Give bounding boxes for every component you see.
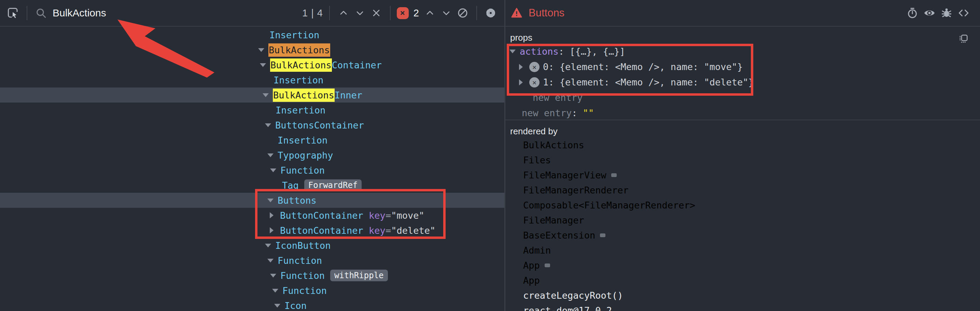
props-section: props actions: [{…}, {…}]✕0: {element: <… bbox=[505, 27, 980, 120]
expander-open-icon[interactable] bbox=[509, 49, 520, 53]
tree-row[interactable]: Insertion bbox=[0, 27, 504, 42]
tree-row[interactable]: Insertion bbox=[0, 102, 504, 118]
label-part: 1: {element: <Memo />, name: "delete"} bbox=[543, 77, 754, 88]
label-part: Buttons bbox=[278, 195, 317, 206]
copy-props-button[interactable] bbox=[958, 33, 969, 45]
tree-row[interactable]: ButtonContainer key="move" bbox=[0, 208, 504, 223]
rendered-by-item[interactable]: Admin bbox=[523, 242, 980, 258]
tree-row[interactable]: Typography bbox=[0, 148, 504, 163]
settings-button[interactable] bbox=[483, 5, 498, 21]
inspect-element-button[interactable] bbox=[5, 5, 21, 21]
rendered-by-item[interactable]: BaseExtension bbox=[523, 228, 980, 242]
log-to-console-button[interactable] bbox=[939, 5, 954, 21]
selected-component-title: Buttons bbox=[528, 7, 565, 19]
rendered-by-item[interactable]: App bbox=[523, 258, 980, 273]
rendered-by-label: BulkActions bbox=[523, 140, 584, 150]
label-part: Container bbox=[332, 60, 382, 70]
prop-row[interactable]: new entry bbox=[533, 90, 980, 105]
inspect-dom-button[interactable] bbox=[922, 5, 937, 21]
tree-row[interactable]: BulkActionsContainer bbox=[0, 57, 504, 72]
expander-open-icon[interactable] bbox=[260, 63, 270, 67]
expander-closed-icon[interactable] bbox=[270, 227, 280, 233]
next-result-button[interactable] bbox=[352, 5, 368, 21]
expander-open-icon[interactable] bbox=[267, 199, 278, 202]
label-part: Insertion bbox=[278, 135, 328, 145]
tree-row[interactable]: Icon bbox=[0, 298, 504, 311]
label-part: BulkActions bbox=[273, 89, 335, 102]
toolbar-divider bbox=[476, 6, 477, 20]
expander-open-icon[interactable] bbox=[267, 153, 278, 157]
eye-icon bbox=[923, 7, 935, 19]
rendered-by-item[interactable]: Composable<FileManagerRenderer> bbox=[523, 198, 980, 212]
rendered-by-item[interactable]: react-dom@17.0.2 bbox=[523, 303, 980, 311]
rendered-by-item[interactable]: Files bbox=[523, 152, 980, 167]
rendered-by-item[interactable]: FileManager bbox=[523, 212, 980, 228]
previous-error-button[interactable] bbox=[422, 5, 438, 21]
toolbar-divider bbox=[27, 6, 27, 20]
tree-row[interactable]: FunctionwithRipple bbox=[0, 268, 504, 283]
remove-entry-icon[interactable]: ✕ bbox=[529, 62, 539, 72]
hoc-badge: withRipple bbox=[330, 270, 388, 281]
tree-row[interactable]: ButtonContainer key="delete" bbox=[0, 223, 504, 238]
tree-row[interactable]: ButtonsContainer bbox=[0, 118, 504, 132]
prop-row[interactable]: actions: [{…}, {…}] bbox=[509, 44, 980, 59]
label-part: Inner bbox=[335, 90, 362, 100]
rendered-by-label: FileManager bbox=[523, 215, 584, 226]
tree-row[interactable]: Buttons bbox=[0, 193, 504, 208]
previous-result-button[interactable] bbox=[336, 5, 351, 21]
expander-closed-icon[interactable] bbox=[519, 79, 529, 85]
expander-open-icon[interactable] bbox=[270, 274, 280, 278]
prop-row[interactable]: ✕1: {element: <Memo />, name: "delete"} bbox=[519, 75, 980, 90]
expander-open-icon[interactable] bbox=[265, 123, 275, 127]
expander-open-icon[interactable] bbox=[270, 169, 280, 172]
chevron-up-icon bbox=[425, 8, 435, 18]
expander-open-icon[interactable] bbox=[258, 48, 268, 52]
next-error-button[interactable] bbox=[439, 5, 454, 21]
expander-open-icon[interactable] bbox=[272, 289, 282, 293]
expander-open-icon[interactable] bbox=[265, 244, 275, 247]
tree-row[interactable]: Insertion bbox=[0, 72, 504, 88]
label-part: ButtonsContainer bbox=[275, 120, 364, 131]
tree-row[interactable]: BulkActionsInner bbox=[0, 88, 504, 102]
tree-row[interactable]: IconButton bbox=[0, 238, 504, 253]
tree-row[interactable]: Function bbox=[0, 253, 504, 268]
rendered-by-label: Admin bbox=[523, 245, 551, 256]
label-part: = bbox=[385, 210, 391, 221]
search-input[interactable] bbox=[52, 7, 292, 19]
rendered-by-item[interactable]: createLegacyRoot() bbox=[523, 288, 980, 303]
tree-row[interactable]: TagForwardRef bbox=[0, 178, 504, 193]
expander-open-icon[interactable] bbox=[274, 304, 285, 308]
details-panel: Buttons props bbox=[505, 0, 980, 311]
rendered-by-item[interactable]: App bbox=[523, 273, 980, 288]
prop-row[interactable]: new entry: "" bbox=[522, 105, 980, 121]
label-part: actions bbox=[520, 46, 558, 57]
clear-errors-button[interactable] bbox=[455, 5, 470, 21]
toolbar-divider bbox=[329, 6, 330, 20]
suspense-toggle-button[interactable] bbox=[905, 5, 920, 21]
code-icon bbox=[958, 7, 970, 19]
clear-search-button[interactable] bbox=[369, 5, 384, 21]
label-part: ButtonContainer bbox=[280, 225, 369, 236]
expander-closed-icon[interactable] bbox=[519, 64, 529, 70]
rendered-by-label: App bbox=[523, 275, 540, 286]
label-part: Insertion bbox=[274, 75, 323, 85]
memo-badge-icon bbox=[611, 173, 617, 177]
expander-closed-icon[interactable] bbox=[270, 212, 280, 218]
inspect-element-icon bbox=[7, 7, 19, 19]
rendered-by-label: FileManagerRenderer bbox=[523, 185, 628, 196]
chevron-down-icon bbox=[441, 8, 452, 18]
rendered-by-item[interactable]: FileManagerRenderer bbox=[523, 182, 980, 198]
components-toolbar: 1 | 4 2 bbox=[0, 0, 504, 27]
expander-open-icon[interactable] bbox=[262, 93, 273, 97]
view-source-button[interactable] bbox=[956, 5, 971, 21]
rendered-by-item[interactable]: BulkActions bbox=[523, 137, 980, 152]
rendered-by-item[interactable]: FileManagerView bbox=[523, 167, 980, 182]
tree-row[interactable]: Function bbox=[0, 163, 504, 178]
expander-open-icon[interactable] bbox=[267, 259, 278, 263]
rendered-by-label: react-dom@17.0.2 bbox=[523, 305, 612, 311]
tree-row[interactable]: BulkActions bbox=[0, 42, 504, 57]
prop-row[interactable]: ✕0: {element: <Memo />, name: "move"} bbox=[519, 59, 980, 75]
tree-row[interactable]: Insertion bbox=[0, 132, 504, 148]
remove-entry-icon[interactable]: ✕ bbox=[529, 77, 539, 88]
tree-row[interactable]: Function bbox=[0, 283, 504, 298]
